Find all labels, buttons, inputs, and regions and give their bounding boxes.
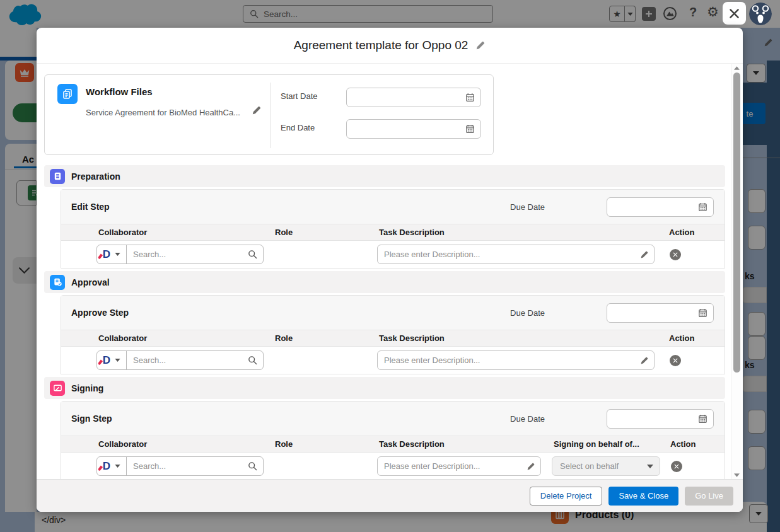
due-date-label: Due Date: [510, 414, 545, 424]
col-collaborator: Collaborator: [96, 439, 273, 449]
col-collaborator: Collaborator: [96, 333, 273, 343]
task-description-input[interactable]: [378, 461, 527, 471]
task-description-input[interactable]: [378, 356, 640, 365]
remove-row-icon[interactable]: [670, 355, 681, 366]
edit-description-pencil-icon[interactable]: [640, 356, 649, 365]
signing-on-behalf-select[interactable]: Select on behalf: [552, 456, 660, 476]
card-divider: [271, 83, 271, 148]
step-header: Approve Step Due Date: [61, 296, 725, 330]
task-description-field: [377, 350, 655, 370]
search-icon[interactable]: [248, 250, 257, 259]
remove-row-icon[interactable]: [671, 461, 682, 472]
remove-row-icon[interactable]: [670, 249, 681, 260]
calendar-icon[interactable]: [698, 414, 707, 424]
sign-step-block: Sign Step Due Date Collaborator Role Tas…: [61, 401, 725, 479]
start-date-label: Start Date: [281, 91, 318, 101]
due-date-label: Due Date: [510, 202, 545, 212]
calendar-icon[interactable]: [698, 308, 707, 318]
close-icon[interactable]: [723, 2, 746, 25]
due-date-field: [607, 303, 714, 323]
approve-step-block: Approve Step Due Date Collaborator Role …: [61, 295, 725, 374]
section-name: Approval: [71, 277, 110, 287]
calendar-icon[interactable]: [698, 202, 707, 212]
modal-scrollbar[interactable]: [731, 64, 742, 479]
task-description-field: [377, 456, 541, 476]
step-table-header: Collaborator Role Task Description Actio…: [61, 330, 725, 347]
step-title: Approve Step: [71, 308, 129, 318]
start-date-input[interactable]: [347, 88, 465, 107]
scroll-up-arrow[interactable]: [734, 66, 740, 70]
due-date-input[interactable]: [607, 410, 698, 428]
edit-file-pencil-icon[interactable]: [252, 105, 262, 115]
start-date-field: [346, 88, 481, 107]
due-date-field: [607, 197, 714, 217]
end-date-input[interactable]: [347, 120, 465, 138]
signing-pen-icon: [50, 381, 65, 396]
step-title: Sign Step: [71, 413, 112, 424]
preparation-document-icon: [50, 169, 65, 184]
modal-footer: Delete Project Save & Close Go Live: [37, 479, 743, 512]
chevron-down-icon: [647, 465, 653, 468]
step-header: Sign Step Due Date: [61, 402, 725, 436]
provider-dropdown[interactable]: D: [97, 245, 127, 263]
col-action: Action: [667, 228, 725, 237]
workflow-files-title: Workflow Files: [86, 86, 153, 97]
end-date-field: [346, 119, 481, 139]
workflow-files-card: Workflow Files Service Agreement for Bio…: [44, 74, 494, 155]
col-action: Action: [667, 333, 725, 343]
col-role: Role: [273, 228, 377, 237]
calendar-icon[interactable]: [465, 124, 475, 134]
collaborator-row: D: [61, 453, 725, 479]
due-date-label: Due Date: [510, 308, 545, 318]
modal-title: Agreement template for Oppo 02: [294, 38, 469, 52]
collaborator-picker: D: [96, 350, 264, 370]
step-header: Edit Step Due Date: [61, 190, 725, 224]
edit-step-block: Edit Step Due Date Collaborator Role Tas…: [61, 189, 725, 269]
docusign-icon: D: [103, 461, 110, 471]
col-role: Role: [273, 439, 377, 449]
modal-body: Workflow Files Service Agreement for Bio…: [37, 64, 729, 479]
scrollbar-thumb[interactable]: [733, 72, 740, 373]
col-task-description: Task Description: [377, 228, 667, 237]
task-description-input[interactable]: [378, 250, 640, 259]
scroll-down-arrow[interactable]: [734, 473, 740, 477]
due-date-input[interactable]: [607, 198, 698, 216]
docusign-icon: D: [103, 249, 110, 260]
edit-title-pencil-icon[interactable]: [475, 40, 486, 50]
step-title: Edit Step: [71, 202, 110, 212]
collaborator-search-input[interactable]: [133, 461, 244, 471]
search-icon[interactable]: [248, 356, 257, 365]
workflow-file-name: Service Agreement for BioMed HealthCa...: [86, 108, 240, 117]
col-collaborator: Collaborator: [96, 228, 273, 237]
modal-header: Agreement template for Oppo 02: [37, 28, 743, 64]
col-action: Action: [668, 439, 725, 449]
col-task-description: Task Description: [377, 439, 552, 449]
provider-dropdown[interactable]: D: [97, 457, 127, 475]
agreement-template-modal: Agreement template for Oppo 02 Wor: [37, 28, 743, 512]
due-date-input[interactable]: [607, 304, 698, 322]
step-table-header: Collaborator Role Task Description Signi…: [61, 436, 725, 453]
collaborator-search-input[interactable]: [133, 250, 244, 259]
on-behalf-placeholder: Select on behalf: [560, 461, 647, 471]
collaborator-row: D: [61, 347, 725, 374]
collaborator-row: D: [61, 241, 725, 268]
provider-dropdown[interactable]: D: [97, 351, 127, 369]
edit-description-pencil-icon[interactable]: [527, 462, 535, 471]
save-and-close-button[interactable]: Save & Close: [608, 487, 678, 506]
collaborator-search-input[interactable]: [133, 356, 244, 365]
col-role: Role: [273, 333, 377, 343]
calendar-icon[interactable]: [465, 93, 475, 102]
section-approval: Approval: [44, 271, 725, 293]
workflow-files-icon: [57, 84, 78, 104]
go-live-button[interactable]: Go Live: [685, 487, 733, 506]
delete-project-button[interactable]: Delete Project: [530, 487, 603, 506]
collaborator-picker: D: [96, 245, 264, 264]
due-date-field: [607, 409, 714, 429]
search-icon[interactable]: [248, 461, 257, 471]
col-task-description: Task Description: [377, 333, 667, 343]
edit-description-pencil-icon[interactable]: [640, 250, 649, 259]
end-date-label: End Date: [281, 123, 315, 132]
approval-document-check-icon: [50, 275, 65, 290]
user-avatar[interactable]: [749, 3, 772, 25]
section-name: Preparation: [71, 171, 120, 182]
